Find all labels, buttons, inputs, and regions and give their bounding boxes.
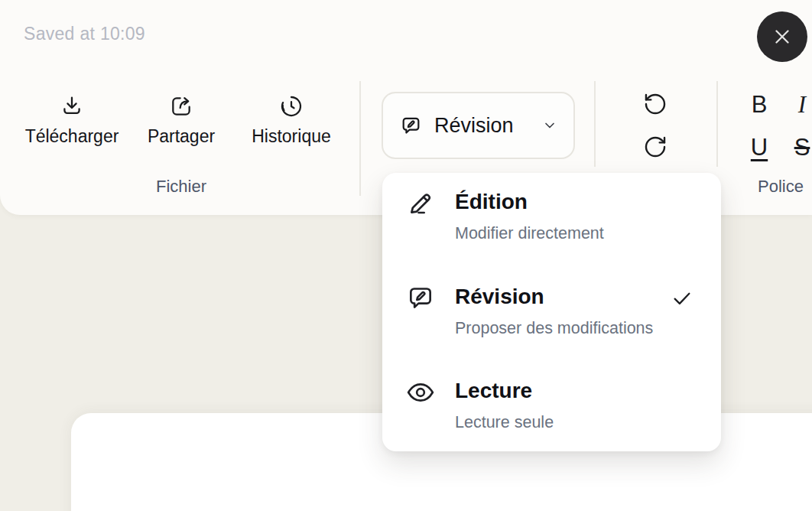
close-button[interactable] — [757, 11, 807, 62]
italic-button[interactable]: I — [788, 90, 812, 119]
menu-item-subtitle: Proposer des modifications — [455, 317, 653, 340]
history-icon — [279, 94, 304, 119]
menu-item-title: Édition — [455, 188, 528, 216]
font-group-label: Police — [735, 177, 812, 197]
redo-button[interactable] — [641, 133, 669, 161]
menu-item-revision[interactable]: Révision Proposer des modifications — [382, 278, 721, 364]
comment-pencil-icon — [405, 283, 436, 314]
bold-button[interactable]: B — [745, 90, 774, 119]
chevron-down-icon — [542, 118, 557, 133]
mode-dropdown-label: Révision — [434, 114, 514, 138]
download-icon — [60, 94, 84, 119]
toolbar-divider — [716, 81, 718, 167]
strikethrough-button[interactable]: S — [788, 133, 812, 162]
share-icon — [169, 94, 193, 119]
toolbar-divider — [359, 81, 361, 196]
share-button[interactable]: Partager — [124, 94, 239, 147]
close-icon — [771, 25, 794, 48]
menu-item-edition[interactable]: Édition Modifier directement — [382, 184, 721, 269]
undo-icon — [642, 91, 668, 117]
toolbar-divider — [594, 81, 596, 167]
menu-item-subtitle: Modifier directement — [455, 222, 604, 245]
check-icon — [671, 287, 693, 310]
undo-button[interactable] — [641, 90, 669, 118]
file-group-label: Fichier — [135, 177, 227, 197]
history-label: Historique — [252, 126, 331, 147]
redo-icon — [642, 134, 668, 160]
comment-pencil-icon — [399, 114, 423, 138]
pencil-icon — [405, 188, 436, 219]
download-label: Télécharger — [25, 126, 119, 147]
download-button[interactable]: Télécharger — [15, 94, 129, 147]
menu-item-title: Révision — [455, 283, 544, 311]
menu-item-lecture[interactable]: Lecture Lecture seule — [382, 373, 721, 458]
history-button[interactable]: Historique — [234, 94, 349, 147]
eye-icon — [405, 377, 436, 408]
saved-status: Saved at 10:09 — [24, 24, 145, 44]
menu-item-title: Lecture — [455, 377, 532, 405]
mode-dropdown-button[interactable]: Révision — [382, 92, 575, 159]
underline-button[interactable]: U — [745, 133, 774, 162]
mode-dropdown-menu: Édition Modifier directement Révision Pr… — [382, 173, 721, 451]
share-label: Partager — [148, 126, 215, 147]
menu-item-subtitle: Lecture seule — [455, 411, 554, 434]
